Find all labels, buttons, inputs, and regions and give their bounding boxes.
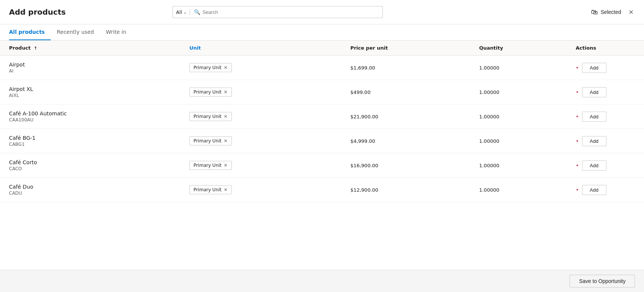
cell-unit-0: Primary Unit ✕ [180,56,342,80]
cell-actions-3: • Add [567,129,644,153]
unit-label-5: Primary Unit [194,187,222,192]
product-name-1: Airpot XL [9,86,171,92]
filter-label: All [176,9,182,15]
col-actions: Actions [567,41,644,56]
cell-actions-1: • Add [567,80,644,104]
cell-unit-3: Primary Unit ✕ [180,129,342,153]
unit-remove-icon-0[interactable]: ✕ [224,65,228,70]
unit-tag-1[interactable]: Primary Unit ✕ [189,88,232,97]
required-indicator-1: • [576,89,579,95]
actions-cell-0: • Add [576,63,635,73]
tab-recently-used[interactable]: Recently used [57,24,100,40]
header-right: 🛍 Selected ✕ [591,7,635,17]
product-code-1: AIXL [9,93,171,98]
table-row: Café Duo CADU Primary Unit ✕ $12,900.00 … [0,178,644,202]
unit-remove-icon-5[interactable]: ✕ [224,188,228,192]
search-filter-dropdown[interactable]: All ⌄ [176,9,190,15]
product-name-3: Café BG-1 [9,135,171,141]
products-table-container: Product ↑ Unit Price per unit Quantity A… [0,41,644,270]
unit-tag-5[interactable]: Primary Unit ✕ [189,185,232,194]
col-price: Price per unit [341,41,470,56]
cell-unit-4: Primary Unit ✕ [180,153,342,178]
cell-price-4: $16,900.00 [341,153,470,178]
search-input[interactable] [203,9,379,15]
product-name-5: Café Duo [9,184,171,190]
product-code-3: CABG1 [9,142,171,147]
product-code-2: CAA100AU [9,117,171,123]
unit-tag-3[interactable]: Primary Unit ✕ [189,136,232,145]
cell-quantity-4: 1.00000 [470,153,567,178]
table-row: Airpot AI Primary Unit ✕ $1,699.00 1.000… [0,56,644,80]
products-table: Product ↑ Unit Price per unit Quantity A… [0,41,644,202]
search-icon: 🔍 [194,9,200,15]
product-name-4: Café Corto [9,159,171,165]
cell-price-3: $4,999.00 [341,129,470,153]
add-button-3[interactable]: Add [582,136,606,146]
cell-unit-1: Primary Unit ✕ [180,80,342,104]
add-products-panel: Add products All ⌄ 🔍 🛍 Selected ✕ All pr… [0,0,644,292]
product-code-4: CACO [9,166,171,171]
selected-button[interactable]: 🛍 Selected [591,8,621,16]
cell-product-3: Café BG-1 CABG1 [0,129,180,153]
close-button[interactable]: ✕ [627,7,635,17]
unit-label-1: Primary Unit [194,89,222,95]
add-button-0[interactable]: Add [582,63,606,73]
add-button-4[interactable]: Add [582,160,606,171]
cell-price-1: $499.00 [341,80,470,104]
cell-unit-5: Primary Unit ✕ [180,178,342,202]
tab-write-in[interactable]: Write in [106,24,132,40]
tab-all-products[interactable]: All products [9,24,51,40]
search-bar: All ⌄ 🔍 [172,6,383,18]
close-icon: ✕ [629,9,633,16]
unit-tag-2[interactable]: Primary Unit ✕ [189,112,232,121]
col-unit[interactable]: Unit [180,41,342,56]
cell-unit-2: Primary Unit ✕ [180,104,342,129]
save-to-opportunity-button[interactable]: Save to Opportunity [570,275,635,287]
cell-quantity-0: 1.00000 [470,56,567,80]
cell-quantity-2: 1.00000 [470,104,567,129]
unit-remove-icon-3[interactable]: ✕ [224,139,228,143]
actions-cell-1: • Add [576,87,635,97]
cell-actions-5: • Add [567,178,644,202]
tabs-bar: All products Recently used Write in [0,24,644,41]
unit-tag-4[interactable]: Primary Unit ✕ [189,161,232,170]
product-name-2: Café A-100 Automatic [9,110,171,116]
product-code-0: AI [9,68,171,74]
cell-quantity-5: 1.00000 [470,178,567,202]
cell-actions-0: • Add [567,56,644,80]
chevron-down-icon: ⌄ [184,10,187,14]
panel-title: Add products [9,8,66,17]
unit-label-4: Primary Unit [194,163,222,168]
add-button-5[interactable]: Add [582,185,606,195]
add-button-2[interactable]: Add [582,112,606,122]
table-row: Café BG-1 CABG1 Primary Unit ✕ $4,999.00… [0,129,644,153]
footer: Save to Opportunity [0,270,644,292]
selected-label: Selected [601,9,621,15]
table-header-row: Product ↑ Unit Price per unit Quantity A… [0,41,644,56]
table-row: Airpot XL AIXL Primary Unit ✕ $499.00 1.… [0,80,644,104]
actions-cell-2: • Add [576,112,635,122]
header: Add products All ⌄ 🔍 🛍 Selected ✕ [0,0,644,24]
unit-remove-icon-4[interactable]: ✕ [224,163,228,168]
unit-tag-0[interactable]: Primary Unit ✕ [189,63,232,72]
unit-remove-icon-1[interactable]: ✕ [224,90,228,94]
unit-remove-icon-2[interactable]: ✕ [224,114,228,119]
product-name-0: Airpot [9,62,171,68]
required-indicator-3: • [576,138,579,144]
sort-arrow-icon: ↑ [34,46,37,51]
actions-cell-3: • Add [576,136,635,146]
product-code-5: CADU [9,191,171,196]
unit-label-3: Primary Unit [194,138,222,144]
actions-cell-4: • Add [576,160,635,171]
cell-product-4: Café Corto CACO [0,153,180,178]
required-indicator-4: • [576,162,579,168]
cell-price-0: $1,699.00 [341,56,470,80]
cell-product-1: Airpot XL AIXL [0,80,180,104]
table-row: Café A-100 Automatic CAA100AU Primary Un… [0,104,644,129]
cell-quantity-3: 1.00000 [470,129,567,153]
add-button-1[interactable]: Add [582,87,606,97]
unit-label-0: Primary Unit [194,65,222,70]
col-product[interactable]: Product ↑ [0,41,180,56]
cell-actions-2: • Add [567,104,644,129]
cell-product-2: Café A-100 Automatic CAA100AU [0,104,180,129]
